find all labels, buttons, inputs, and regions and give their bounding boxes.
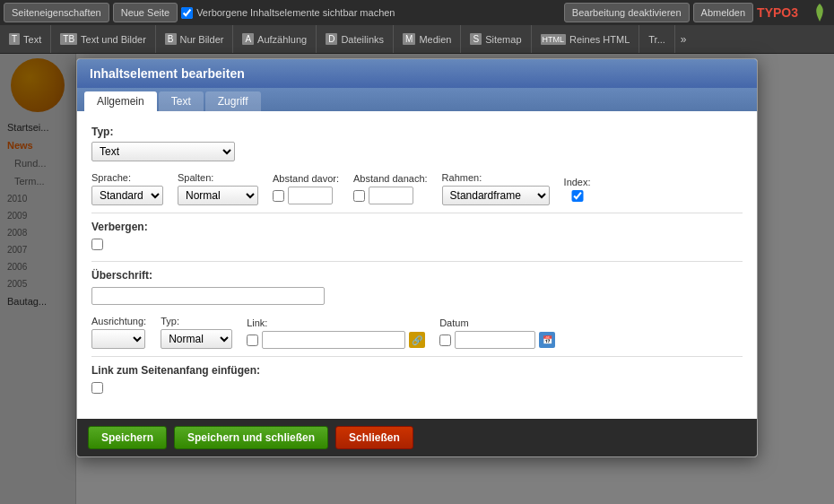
rahmen-label: Rahmen: xyxy=(442,172,550,183)
ausrichtung-group: Ausrichtung: Links Rechts Mitte xyxy=(91,316,146,349)
spalten-label: Spalten: xyxy=(178,172,258,183)
page-toolbar: T Text TB Text und Bilder B Nur Bilder A… xyxy=(0,25,834,54)
modal-overlay: Inhaltselement bearbeiten Allgemein Text… xyxy=(0,54,834,504)
tab-aufzaehlung-icon: A xyxy=(242,33,254,45)
divider3 xyxy=(91,356,743,357)
ueberschrift-input[interactable] xyxy=(91,287,325,305)
datum-label: Datum xyxy=(439,317,555,328)
rahmen-select[interactable]: Standardframe Kein Rahmen Rahmen 1 xyxy=(442,186,550,205)
sprache-label: Sprache: xyxy=(91,172,163,183)
link-browse-icon[interactable]: 🔗 xyxy=(409,332,425,348)
speichern-button[interactable]: Speichern xyxy=(88,426,167,449)
typ2-group: Typ: Normal H1 H2 H3 H4 H5 xyxy=(161,316,232,349)
modal-dialog: Inhaltselement bearbeiten Allgemein Text… xyxy=(76,58,758,457)
tab-html-icon: HTML xyxy=(541,34,567,45)
verborgene-checkbox[interactable] xyxy=(181,7,193,19)
link-input[interactable] xyxy=(262,331,405,349)
neue-seite-button[interactable]: Neue Seite xyxy=(113,3,178,22)
datum-checkbox[interactable] xyxy=(439,335,451,346)
typ2-label: Typ: xyxy=(161,316,232,326)
top-toolbar: Seiteneigenschaften Neue Seite Verborgen… xyxy=(0,0,834,25)
index-group: Index: xyxy=(564,177,591,202)
ausrichtung-select[interactable]: Links Rechts Mitte xyxy=(91,329,145,349)
modal-body: Typ: Text Text und Bilder Nur Bilder Auf… xyxy=(77,111,757,419)
tab-aufzaehlung[interactable]: A Aufzählung xyxy=(233,25,317,53)
divider1 xyxy=(91,213,743,213)
tab-tr[interactable]: Tr... xyxy=(639,25,675,53)
sprache-group: Sprache: Standard Deutsch Englisch xyxy=(91,172,163,205)
abstand-danach-group: Abstand danach: xyxy=(353,173,428,204)
ausrichtung-label: Ausrichtung: xyxy=(91,316,146,326)
typ-select[interactable]: Text Text und Bilder Nur Bilder Aufzählu… xyxy=(91,142,235,161)
modal-tab-zugriff[interactable]: Zugriff xyxy=(205,91,261,111)
tab-sitemap[interactable]: S Sitemap xyxy=(461,25,531,53)
verbergen-label: Verbergen: xyxy=(91,221,743,233)
ausrichtung-link-row: Ausrichtung: Links Rechts Mitte Typ: Nor… xyxy=(91,316,743,349)
link-seitenanfang-checkbox-row xyxy=(91,382,743,394)
tab-reines-html[interactable]: HTML Reines HTML xyxy=(532,25,640,53)
tab-text[interactable]: T Text xyxy=(0,25,51,53)
bearbeitung-deaktivieren-button[interactable]: Bearbeitung deaktivieren xyxy=(564,3,690,22)
datum-group: Datum 📅 xyxy=(439,317,555,349)
abstand-davor-checkbox[interactable] xyxy=(273,190,284,202)
abstand-davor-input[interactable] xyxy=(288,187,333,204)
modal-title: Inhaltselement bearbeiten xyxy=(90,66,245,81)
verbergen-checkbox-row xyxy=(91,239,743,250)
abstand-davor-label: Abstand davor: xyxy=(273,173,339,184)
modal-footer: Speichern Speichern und schließen Schlie… xyxy=(77,419,757,456)
ueberschrift-label: Überschrift: xyxy=(91,269,743,282)
datum-input[interactable] xyxy=(455,331,535,349)
tab-medien-icon: M xyxy=(403,33,415,45)
typ2-select[interactable]: Normal H1 H2 H3 H4 H5 xyxy=(161,329,232,349)
abstand-danach-input[interactable] xyxy=(369,187,413,204)
modal-tab-allgemein[interactable]: Allgemein xyxy=(84,91,157,111)
verbergen-checkbox[interactable] xyxy=(91,239,103,250)
abmelden-button[interactable]: Abmelden xyxy=(693,3,754,22)
verbergen-row: Verbergen: xyxy=(91,221,743,250)
abstand-davor-group: Abstand davor: xyxy=(273,173,339,204)
link-label: Link: xyxy=(247,317,425,328)
tab-text-icon: T xyxy=(9,33,20,45)
divider2 xyxy=(91,261,743,262)
link-seitenanfang-label: Link zum Seitenanfang einfügen: xyxy=(91,364,743,377)
sprache-spalten-row: Sprache: Standard Deutsch Englisch Spalt… xyxy=(91,172,743,205)
typ-row: Typ: Text Text und Bilder Nur Bilder Auf… xyxy=(91,126,743,161)
tab-nurbilder-icon: B xyxy=(165,33,177,45)
more-tabs-button[interactable]: » xyxy=(675,25,692,53)
rahmen-group: Rahmen: Standardframe Kein Rahmen Rahmen… xyxy=(442,172,550,205)
modal-header: Inhaltselement bearbeiten xyxy=(77,59,757,88)
typ-label: Typ: xyxy=(91,126,743,138)
verborgene-checkbox-label: Verborgene Inhaltselemente sichtbar mach… xyxy=(181,7,395,19)
typo3-logo: TYPO3 xyxy=(757,5,798,20)
link-seitenanfang-row: Link zum Seitenanfang einfügen: xyxy=(91,364,743,394)
spalten-select[interactable]: Normal Links Rechts Mitte xyxy=(178,186,258,205)
tab-dateilinks[interactable]: D Dateilinks xyxy=(317,25,394,53)
abstand-danach-label: Abstand danach: xyxy=(353,173,428,184)
tab-text-bilder[interactable]: TB Text und Bilder xyxy=(51,25,156,53)
modal-tab-text[interactable]: Text xyxy=(159,91,204,111)
link-group: Link: 🔗 xyxy=(247,317,425,349)
tab-textbilder-icon: TB xyxy=(60,33,77,45)
index-checkbox[interactable] xyxy=(564,190,591,202)
tab-medien[interactable]: M Medien xyxy=(394,25,461,53)
spalten-group: Spalten: Normal Links Rechts Mitte xyxy=(178,172,258,205)
link-checkbox[interactable] xyxy=(247,335,258,346)
modal-tabs: Allgemein Text Zugriff xyxy=(77,88,757,111)
link-seitenanfang-checkbox[interactable] xyxy=(91,382,103,394)
speichern-schliessen-button[interactable]: Speichern und schließen xyxy=(174,426,328,449)
tab-sitemap-icon: S xyxy=(470,33,482,45)
calendar-icon[interactable]: 📅 xyxy=(539,332,555,348)
tab-dateilinks-icon: D xyxy=(326,33,337,45)
ueberschrift-row: Überschrift: xyxy=(91,269,743,305)
tab-nur-bilder[interactable]: B Nur Bilder xyxy=(156,25,234,53)
sprache-select[interactable]: Standard Deutsch Englisch xyxy=(91,186,163,205)
typo3-leaf-icon xyxy=(809,2,830,23)
schliessen-button[interactable]: Schließen xyxy=(335,426,413,449)
abstand-danach-checkbox[interactable] xyxy=(353,190,365,202)
seiteneigenschaften-button[interactable]: Seiteneigenschaften xyxy=(4,3,109,22)
index-label: Index: xyxy=(564,177,591,187)
